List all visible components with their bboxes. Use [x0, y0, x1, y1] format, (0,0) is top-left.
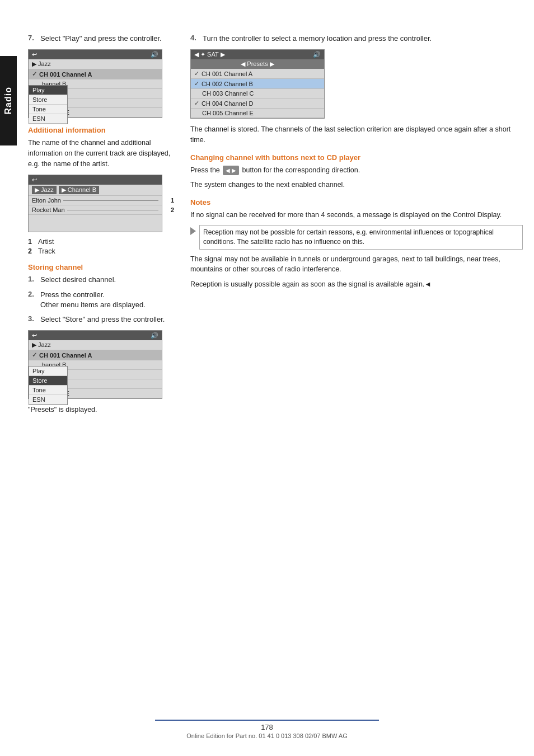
note-2-icon-area [190, 226, 196, 235]
note-2-text: Reception may not be possible for certai… [199, 225, 523, 250]
footer: 178 Online Edition for Part no. 01 41 0 … [0, 720, 534, 739]
left-column: 7. Select "Play" and press the controlle… [28, 34, 174, 420]
screen-2-header: ↩ [29, 175, 162, 185]
screen-3-body: ▶ Jazz ✓CH 001 Channel A hannel B hannel… [29, 340, 162, 398]
label-list: 1 Artist 2 Track [28, 238, 174, 255]
menu-item-play[interactable]: Play [29, 86, 67, 95]
screen-2-track-row: Rocket Man 2 [29, 205, 162, 215]
screen-3-audio-icon: 🔊 [151, 332, 158, 339]
screen-3-tab-row: ▶ Jazz [29, 340, 162, 350]
menu-item-tone[interactable]: Tone [29, 105, 67, 114]
step-7-text: Select "Play" and press the controller. [40, 34, 162, 44]
screen-2-back-icon[interactable]: ↩ [32, 176, 37, 184]
screen-4-ch004[interactable]: ✓CH 004 Channel D [191, 98, 324, 109]
screen3-menu-esn[interactable]: ESN [29, 395, 67, 405]
store-step-2-text: Press the controller. [40, 290, 146, 300]
menu-item-esn[interactable]: ESN [29, 114, 67, 124]
track-name: Rocket Man [32, 206, 65, 213]
screen-1-rows: ✓CH 001 Channel A hannel B hannel C hann… [29, 69, 162, 118]
screen-2-spacer [29, 215, 162, 232]
direction-button[interactable]: ◀ ▶ [223, 166, 239, 175]
screen-4-body: ✓CH 001 Channel A ✓CH 002 Channel B CH 0… [191, 69, 324, 118]
screen-2-tab-row: ▶ Jazz ▶ Channel B [29, 185, 162, 196]
label-2-num: 2 [28, 247, 38, 255]
page-number: 178 [261, 723, 273, 731]
screen-3-rows: ✓CH 001 Channel A hannel B hannel C hann… [29, 350, 162, 398]
changing-channel-body: The system changes to the next enabled c… [190, 180, 523, 190]
triangle-icon [190, 227, 196, 235]
screen3-menu-store[interactable]: Store [29, 376, 67, 386]
screen-3-ch001[interactable]: ✓CH 001 Channel A [29, 350, 162, 360]
right-column: 4. Turn the controller to select a memor… [185, 34, 523, 420]
screen-4-ch002[interactable]: ✓CH 002 Channel B [191, 79, 324, 89]
step-4-num: 4. [190, 34, 200, 42]
store-step-2: 2. Press the controller. Other menu item… [28, 290, 174, 310]
step-4-text: Turn the controller to select a memory l… [203, 34, 432, 44]
context-menu-1: Play Store Tone ESN [29, 85, 68, 124]
line-marker-1: 1 [171, 197, 174, 204]
store-step-3: 3. Select "Store" and press the controll… [28, 314, 174, 325]
screen-1-tab-row: ▶ Jazz [29, 59, 162, 69]
screen-2-artist-row: Elton John 1 [29, 196, 162, 205]
screen-2: ↩ ▶ Jazz ▶ Channel B Elton John 1 Rocket… [28, 175, 162, 232]
screen3-menu-tone[interactable]: Tone [29, 386, 67, 395]
step-7-num: 7. [28, 34, 38, 42]
screen-3-header: ↩ 🔊 [29, 331, 162, 340]
menu-item-store[interactable]: Store [29, 95, 67, 105]
screen-4-ch005[interactable]: CH 005 Channel E [191, 109, 324, 118]
changing-channel-press: Press the ◀ ▶ button for the correspondi… [190, 165, 523, 176]
note-2-box: Reception may not be possible for certai… [190, 225, 523, 250]
store-step-3-num: 3. [28, 314, 38, 323]
footer-text: Online Edition for Part no. 01 41 0 013 … [186, 732, 347, 739]
presets-note: "Presets" is displayed. [28, 405, 174, 415]
screen-2-jazz-tab[interactable]: ▶ Jazz [32, 186, 57, 194]
screen-3-jazz-tab[interactable]: ▶ Jazz [32, 341, 51, 349]
label-1-num: 1 [28, 238, 38, 246]
screen-4-ch003[interactable]: CH 003 Channel C [191, 89, 324, 98]
screen-1-audio-icon: 🔊 [151, 51, 158, 58]
side-tab: Radio [0, 56, 17, 145]
store-step-1: 1. Select desired channel. [28, 275, 174, 285]
screen-2-channel-tab[interactable]: ▶ Channel B [59, 186, 99, 194]
label-2: 2 Track [28, 247, 174, 255]
artist-name: Elton John [32, 197, 61, 204]
screen-4-ch001[interactable]: ✓CH 001 Channel A [191, 69, 324, 79]
press-text-2: button for the corresponding direction. [242, 166, 360, 174]
line-marker-2: 2 [171, 206, 174, 213]
screen-row-ch001[interactable]: ✓CH 001 Channel A [29, 69, 162, 79]
note-3: The signal may not be available in tunne… [190, 254, 523, 275]
context-menu-2: Play Store Tone ESN [29, 366, 68, 405]
screen-4-audio-icon: 🔊 [313, 51, 321, 58]
screen-4-sat-label: ◀ ✦ SAT ▶ [194, 51, 225, 58]
screen-4: ◀ ✦ SAT ▶ 🔊 ◀ Presets ▶ ✓CH 001 Channel … [190, 49, 325, 119]
store-step-3-text: Select "Store" and press the controller. [40, 314, 165, 325]
step-7: 7. Select "Play" and press the controlle… [28, 34, 174, 44]
press-text-1: Press the [190, 166, 220, 174]
step-4: 4. Turn the controller to select a memor… [190, 34, 523, 44]
screen-3: ↩ 🔊 ▶ Jazz ✓CH 001 Channel A hannel B [28, 330, 162, 399]
screen-1-body: ▶ Jazz ✓CH 001 Channel A hannel B hannel… [29, 59, 162, 118]
screen-4-header: ◀ ✦ SAT ▶ 🔊 [191, 50, 324, 59]
label-2-text: Track [38, 247, 55, 255]
notes-heading: Notes [190, 198, 523, 206]
label-1-text: Artist [38, 238, 54, 246]
label-1: 1 Artist [28, 238, 174, 246]
stored-text: The channel is stored. The channels of t… [190, 124, 523, 145]
screen-2-body: ▶ Jazz ▶ Channel B Elton John 1 Rocket M… [29, 185, 162, 232]
footer-line [155, 720, 379, 721]
screen-1-header: ↩ 🔊 [29, 50, 162, 59]
storing-channel-heading: Storing channel [28, 263, 174, 271]
additional-info-heading: Additional information [28, 126, 174, 134]
screen3-menu-play[interactable]: Play [29, 367, 67, 376]
note-4: Reception is usually possible again as s… [190, 279, 523, 290]
screen-4-subheader: ◀ Presets ▶ [191, 59, 324, 69]
screen-1: ↩ 🔊 ▶ Jazz ✓CH 001 Channel A hannel B [28, 49, 162, 118]
additional-info-body: The name of the channel and additional i… [28, 138, 174, 169]
jazz-tab[interactable]: ▶ Jazz [32, 60, 51, 68]
screen-1-back-icon[interactable]: ↩ [32, 51, 37, 58]
side-tab-label: Radio [3, 87, 13, 114]
store-step-1-text: Select desired channel. [40, 275, 116, 285]
screen-3-back-icon[interactable]: ↩ [32, 332, 37, 339]
store-step-1-num: 1. [28, 275, 38, 283]
store-step-2-sub: Other menu items are displayed. [40, 300, 146, 310]
